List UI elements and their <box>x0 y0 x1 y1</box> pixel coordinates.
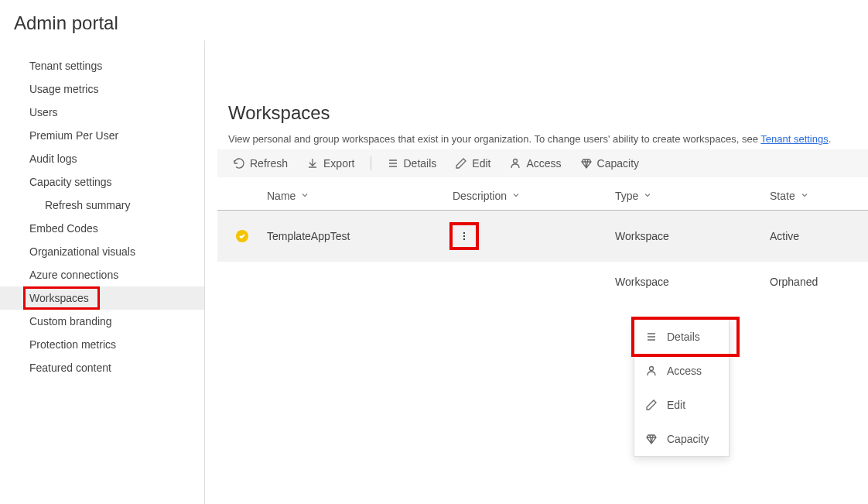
sidebar-item-label: Azure connections <box>29 269 118 281</box>
person-icon <box>645 365 658 377</box>
sidebar-item-label: Tenant settings <box>29 60 102 72</box>
sidebar-item-tenant-settings[interactable]: Tenant settings <box>0 54 204 77</box>
table-row[interactable]: Workspace Orphaned <box>217 262 868 302</box>
cell-name: TemplateAppTest <box>267 230 453 242</box>
table-row[interactable]: TemplateAppTest Workspace Active <box>217 211 868 262</box>
pencil-icon <box>455 157 467 170</box>
chevron-down-icon <box>643 190 652 202</box>
context-capacity-button[interactable]: Capacity <box>634 422 729 456</box>
sidebar-item-usage-metrics[interactable]: Usage metrics <box>0 77 204 101</box>
sidebar-item-workspaces[interactable]: Workspaces <box>0 286 204 310</box>
column-label: State <box>770 190 795 202</box>
sidebar-item-featured-content[interactable]: Featured content <box>0 356 204 379</box>
sidebar-item-azure-connections[interactable]: Azure connections <box>0 263 204 286</box>
row-selected-check-icon <box>236 230 248 242</box>
chevron-down-icon <box>800 190 809 202</box>
toolbar-label: Access <box>526 157 561 170</box>
column-label: Description <box>453 190 507 202</box>
context-details-button[interactable]: Details <box>634 320 729 354</box>
refresh-icon <box>233 157 245 170</box>
main-content: Workspaces View personal and group works… <box>205 40 868 504</box>
sidebar-item-label: Workspaces <box>29 292 89 304</box>
chevron-down-icon <box>300 190 309 202</box>
pencil-icon <box>645 399 658 411</box>
svg-point-0 <box>514 159 518 163</box>
svg-point-4 <box>650 367 654 371</box>
page-title: Admin portal <box>0 0 868 40</box>
sidebar-item-custom-branding[interactable]: Custom branding <box>0 310 204 333</box>
desc-text-post: . <box>829 133 832 145</box>
svg-point-1 <box>463 232 465 234</box>
sidebar-item-label: Capacity settings <box>29 176 112 188</box>
cell-type: Workspace <box>615 276 770 288</box>
toolbar-label: Refresh <box>250 157 288 170</box>
context-access-button[interactable]: Access <box>634 354 729 388</box>
toolbar: Refresh Export Details Edit Access Cap <box>217 149 868 177</box>
sidebar: Tenant settings Usage metrics Users Prem… <box>0 40 205 504</box>
sidebar-item-label: Usage metrics <box>29 83 98 95</box>
sidebar-item-label: Users <box>29 106 58 118</box>
context-edit-button[interactable]: Edit <box>634 388 729 422</box>
sidebar-item-label: Premium Per User <box>29 129 118 142</box>
person-icon <box>509 157 521 170</box>
column-label: Type <box>615 190 638 202</box>
table-header: Name Description Type State <box>217 177 868 211</box>
sidebar-item-label: Audit logs <box>29 153 77 165</box>
svg-point-3 <box>463 238 465 240</box>
diamond-icon <box>580 157 593 170</box>
sidebar-item-organizational-visuals[interactable]: Organizational visuals <box>0 240 204 263</box>
tenant-settings-link[interactable]: Tenant settings <box>760 133 828 145</box>
edit-button[interactable]: Edit <box>449 156 497 171</box>
desc-text-pre: View personal and group workspaces that … <box>228 133 760 145</box>
column-header-name[interactable]: Name <box>267 190 453 202</box>
sidebar-item-refresh-summary[interactable]: Refresh summary <box>0 194 204 217</box>
sidebar-item-premium-per-user[interactable]: Premium Per User <box>0 124 204 147</box>
toolbar-label: Export <box>323 157 354 170</box>
context-label: Access <box>667 365 702 377</box>
sidebar-item-label: Custom branding <box>29 315 112 327</box>
sidebar-item-label: Embed Codes <box>29 222 98 235</box>
chevron-down-icon <box>511 190 521 202</box>
section-description: View personal and group workspaces that … <box>217 133 868 145</box>
svg-point-2 <box>463 235 465 237</box>
cell-state: Orphaned <box>770 276 863 288</box>
sidebar-item-label: Refresh summary <box>45 199 130 211</box>
context-label: Capacity <box>667 433 709 445</box>
capacity-button[interactable]: Capacity <box>574 156 645 171</box>
access-button[interactable]: Access <box>503 156 567 171</box>
toolbar-label: Capacity <box>597 157 639 170</box>
details-button[interactable]: Details <box>381 156 443 171</box>
sidebar-item-audit-logs[interactable]: Audit logs <box>0 147 204 170</box>
sidebar-item-label: Organizational visuals <box>29 245 135 258</box>
sidebar-item-label: Featured content <box>29 362 111 374</box>
cell-type: Workspace <box>615 230 770 242</box>
download-icon <box>306 157 319 170</box>
cell-state: Active <box>770 230 863 242</box>
sidebar-item-label: Protection metrics <box>29 338 116 351</box>
column-label: Name <box>267 190 296 202</box>
row-context-menu: Details Access Edit Capacity <box>634 319 730 457</box>
context-label: Edit <box>667 399 685 411</box>
sidebar-item-embed-codes[interactable]: Embed Codes <box>0 217 204 240</box>
more-options-button[interactable] <box>453 225 476 248</box>
toolbar-label: Details <box>404 157 437 170</box>
section-title: Workspaces <box>217 102 868 124</box>
column-header-type[interactable]: Type <box>615 190 770 202</box>
list-icon <box>645 331 658 343</box>
context-label: Details <box>667 331 700 343</box>
refresh-button[interactable]: Refresh <box>227 156 294 171</box>
sidebar-item-users[interactable]: Users <box>0 101 204 124</box>
diamond-icon <box>645 433 658 445</box>
sidebar-item-protection-metrics[interactable]: Protection metrics <box>0 333 204 356</box>
sidebar-item-capacity-settings[interactable]: Capacity settings <box>0 170 204 194</box>
workspaces-table: Name Description Type State <box>217 177 868 302</box>
list-icon <box>387 157 399 170</box>
export-button[interactable]: Export <box>300 156 361 171</box>
toolbar-label: Edit <box>472 157 490 170</box>
column-header-description[interactable]: Description <box>453 190 615 202</box>
column-header-state[interactable]: State <box>770 190 863 202</box>
toolbar-separator <box>371 156 371 170</box>
